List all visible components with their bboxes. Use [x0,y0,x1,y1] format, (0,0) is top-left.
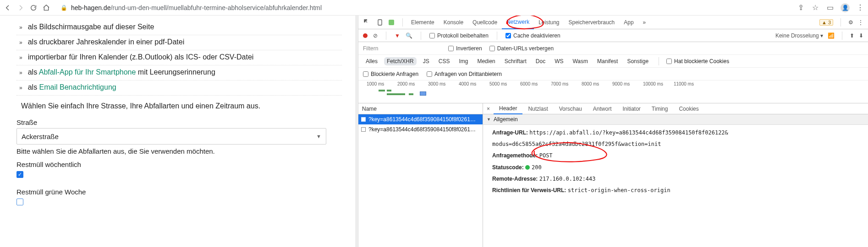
avatar[interactable]: 👤 [841,3,850,12]
type-filter[interactable]: JS [420,57,432,65]
detail-tab-timing[interactable]: Timing [646,103,674,114]
checkbox1[interactable] [16,171,23,178]
kebab-icon[interactable]: ⋮ [858,19,863,26]
street-select[interactable]: Ackerstraße ▼ [16,128,326,145]
devtools-tab-app[interactable]: App [619,16,638,29]
device-icon[interactable] [376,19,384,26]
status-code: 200 [525,164,542,171]
timeline-tick: 4000 ms [459,81,489,86]
detail-tab-cookies[interactable]: Cookies [673,103,704,114]
devtools-tab-quellcode[interactable]: Quellcode [468,16,502,29]
timeline[interactable]: 1000 ms2000 ms3000 ms4000 ms5000 ms6000 … [358,81,868,103]
reload-icon[interactable] [29,4,38,11]
page-content: »als Bildschirmausgabe auf dieser Seite»… [0,16,356,247]
checkbox2-label: Restmüll grüne Woche [16,188,342,196]
devtools: ElementeKonsoleQuellcodeNetzwerkLeistung… [358,16,868,247]
type-filter-bar: AllesFetch/XHRJSCSSImgMedienSchriftartDo… [358,55,868,68]
detail-tab-antwort[interactable]: Antwort [588,103,617,114]
filter-input[interactable]: Filtern [363,45,441,52]
devtools-tab-netzwerk[interactable]: Netzwerk [502,16,534,29]
referrer-policy: strict-origin-when-cross-origin [568,187,670,193]
back-icon[interactable] [4,4,12,11]
preserve-log[interactable]: Protokoll beibehalten [429,32,489,39]
bullet-icon: » [19,39,22,46]
search-icon[interactable]: 🔍 [406,32,412,39]
share-icon[interactable]: ⇪ [797,3,805,12]
type-filter[interactable]: Manifest [594,57,621,65]
list-item: »als druckbarer Jahreskalender in einer … [16,35,342,50]
list-item: »als Bildschirmausgabe auf dieser Seite [16,20,342,35]
general-section[interactable]: ▼Allgemein [483,114,868,125]
devtools-tab-konsole[interactable]: Konsole [439,16,468,29]
request-list: Name ?key=a8613544c4d68f359084150f8f0261… [358,103,483,247]
bullet-icon: » [19,85,22,91]
devtools-tab-speicherverbrauch[interactable]: Speicherverbrauch [564,16,620,29]
url-text: heb-hagen.de/rund-um-den-muell/muellabfu… [71,4,322,11]
timeline-tick: 5000 ms [489,81,520,86]
filter-icon[interactable]: ▼ [395,32,400,39]
close-icon[interactable]: × [483,106,494,112]
svg-rect-0 [378,20,382,25]
home-icon[interactable] [42,4,50,11]
type-filter[interactable]: Wasm [570,57,591,65]
detail-tab-nutzlast[interactable]: Nutzlast [522,103,553,114]
type-filter[interactable]: Fetch/XHR [384,57,417,65]
detail-tab-initiator[interactable]: Initiator [617,103,646,114]
bookmark-icon[interactable]: ☆ [811,3,819,12]
request-list-header[interactable]: Name [358,103,483,114]
list-item-text: als Email Benachrichtigung [28,83,116,91]
type-filter[interactable]: Schriftart [502,57,529,65]
upload-icon[interactable]: ⬆ [850,32,854,39]
checkbox1-label: Restmüll wöchentlich [16,161,342,168]
type-filter[interactable]: CSS [436,57,453,65]
wifi-icon[interactable]: 📶 [828,32,835,39]
thirdparty-requests[interactable]: Anfragen von Drittanbietern [427,71,502,77]
type-filter[interactable]: WS [552,57,566,65]
hide-dataurls[interactable]: Daten-URLs verbergen [489,45,554,52]
disable-cache[interactable]: Cache deaktivieren [505,32,560,39]
blocked-cookies[interactable]: Hat blockierte Cookies [666,58,729,64]
blocked-requests[interactable]: Blockierte Anfragen [363,71,418,77]
types-hint: Bitte wählen Sie die Abfallarten aus, di… [16,147,342,155]
sidepanel-icon[interactable]: ▭ [826,3,834,12]
timeline-tick: 10000 ms [643,81,674,86]
link[interactable]: Email Benachrichtigung [39,83,116,91]
address-bar[interactable]: 🔒 heb-hagen.de/rund-um-den-muell/muellab… [55,4,422,11]
request-url: https://api.abfall.io/?key=a8613544c4d68… [529,129,728,136]
type-filter[interactable]: Alles [363,57,380,65]
gear-icon[interactable]: ⚙ [848,19,853,26]
network-toolbar: ⊘ ▼ 🔍 Protokoll beibehalten Cache deakti… [358,29,868,42]
download-icon[interactable]: ⬇ [859,32,863,39]
throttle-select[interactable]: Keine Drosselung ▾ [775,32,823,39]
record-icon[interactable] [363,33,368,38]
request-row[interactable]: ?key=a8613544c4d68f359084150f8f0261… [358,124,483,134]
browser-toolbar: 🔒 heb-hagen.de/rund-um-den-muell/muellab… [0,0,868,16]
devtools-tab-leistung[interactable]: Leistung [534,16,564,29]
type-filter[interactable]: Doc [533,57,548,65]
link[interactable]: Abfall-App für Ihr Smartphone [39,68,136,76]
type-filter[interactable]: Img [456,57,471,65]
type-filter[interactable]: Sonstige [624,57,651,65]
clear-icon[interactable]: ⊘ [373,32,378,39]
invert-filter[interactable]: Invertieren [448,45,482,52]
request-row[interactable]: ?key=a8613544c4d68f359084150f8f0261… [358,114,483,124]
timeline-tick: 3000 ms [428,81,459,86]
detail-tab-header[interactable]: Header [494,103,522,114]
list-item: »importierbar für Ihren Kalender (z.B.Ou… [16,50,342,65]
type-filter[interactable]: Medien [474,57,498,65]
file-icon [361,127,366,132]
detail-tab-vorschau[interactable]: Vorschau [554,103,588,114]
file-icon [361,117,366,122]
request-name: ?key=a8613544c4d68f359084150f8f0261… [368,126,476,133]
timeline-tick: 8000 ms [582,81,612,86]
inspect-icon[interactable] [363,19,371,26]
warning-badge[interactable]: ▲ 3 [819,19,833,26]
3d-icon[interactable] [389,20,394,25]
forward-icon [16,4,25,11]
list-item: »als Email Benachrichtigung [16,81,342,96]
request-url-cont: modus=d6c5855a62cf32a4dadbc2831f0f295f&w… [492,140,859,149]
list-item-text: importierbar für Ihren Kalender (z.B.Out… [28,53,254,61]
kebab-icon[interactable]: ⋮ [856,3,864,12]
devtools-tab-elemente[interactable]: Elemente [407,16,439,29]
checkbox2[interactable] [16,199,23,205]
